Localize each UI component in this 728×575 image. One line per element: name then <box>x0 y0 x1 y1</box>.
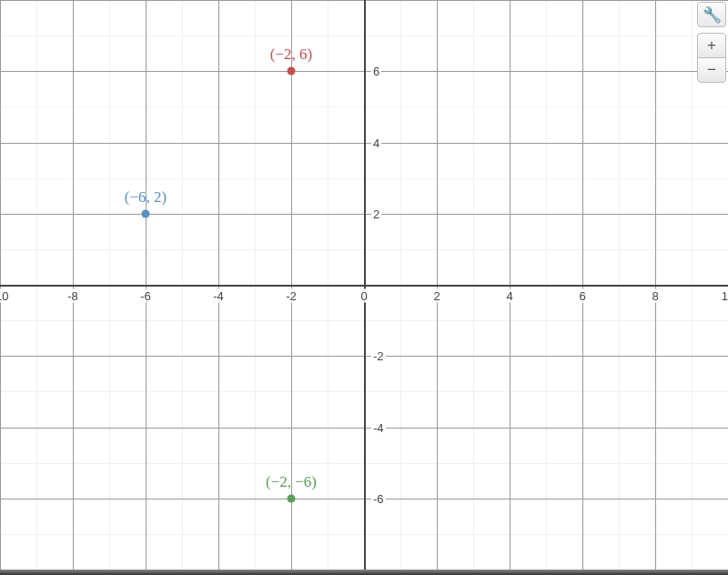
y-tick-label: -6 <box>371 491 386 505</box>
x-tick-label: -8 <box>66 289 80 303</box>
data-point-label: (−2, −6) <box>266 473 317 491</box>
data-point[interactable] <box>142 209 150 217</box>
x-tick-label: 6 <box>577 289 587 303</box>
y-tick-label: -4 <box>371 420 386 434</box>
x-tick-label: 8 <box>650 289 660 303</box>
data-point[interactable] <box>288 494 296 502</box>
y-tick-label: 6 <box>371 65 381 78</box>
y-axis <box>364 0 366 570</box>
y-tick-label: -2 <box>371 349 386 363</box>
zoom-out-button[interactable]: − <box>697 57 726 83</box>
plus-icon: + <box>707 36 716 55</box>
data-point[interactable] <box>288 67 296 76</box>
coordinate-plane[interactable]: -10-8-6-4-20246810-6-4-2246(−2, 6)(−6, 2… <box>0 0 728 570</box>
x-tick-label: -2 <box>284 289 298 303</box>
toolbar: 🔧 + − <box>697 2 726 82</box>
y-tick-label: 4 <box>371 136 381 149</box>
wrench-icon: 🔧 <box>703 5 722 25</box>
y-tick-label: 2 <box>371 207 381 220</box>
x-tick-label: 2 <box>431 289 441 303</box>
x-tick-label: 0 <box>359 289 369 303</box>
x-tick-label: -10 <box>0 289 10 303</box>
bottom-bar <box>0 570 728 575</box>
x-tick-label: 10 <box>720 289 728 303</box>
data-point-label: (−6, 2) <box>125 188 167 207</box>
zoom-in-button[interactable]: + <box>697 33 726 58</box>
settings-button[interactable]: 🔧 <box>697 2 726 27</box>
data-point-label: (−2, 6) <box>270 45 312 64</box>
x-tick-label: -4 <box>211 289 226 303</box>
x-tick-label: -6 <box>138 289 153 303</box>
minus-icon: − <box>707 61 716 79</box>
x-tick-label: 4 <box>504 289 514 303</box>
